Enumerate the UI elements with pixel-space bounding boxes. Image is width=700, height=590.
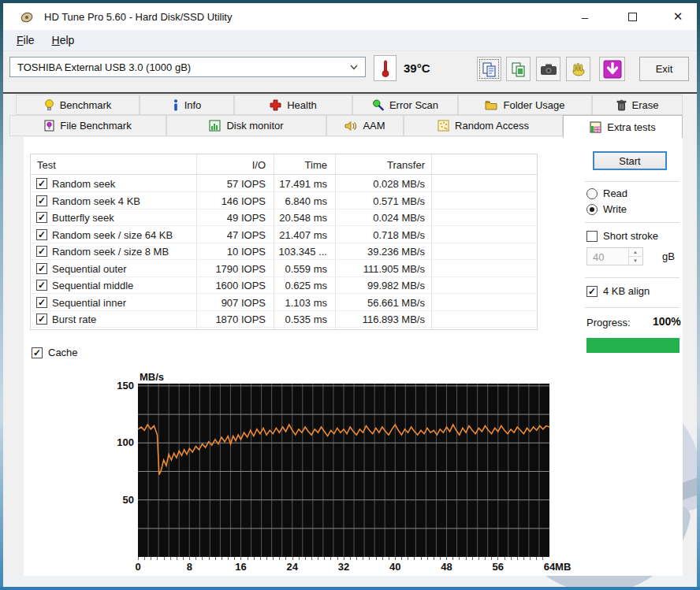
stepper-down-icon[interactable]: ▼ xyxy=(629,257,642,265)
x-axis-tick: 56 xyxy=(493,561,504,573)
y-axis-tick: 100 xyxy=(106,436,134,448)
title-bar: HD Tune Pro 5.60 - Hard Disk/SSD Utility… xyxy=(3,3,697,30)
cache-row[interactable]: ✓ Cache xyxy=(32,347,78,358)
table-row[interactable]: ✓ Sequential outer 1790 IOPS 0.559 ms 11… xyxy=(31,261,537,277)
menu-bar: File Help xyxy=(3,30,697,51)
header-io: I/O xyxy=(252,159,266,171)
align-row[interactable]: ✓ 4 KB align xyxy=(586,285,650,297)
close-button[interactable]: ✕ xyxy=(661,3,695,30)
write-radio[interactable] xyxy=(586,204,598,215)
progress-label: Progress: xyxy=(586,317,631,328)
read-radio[interactable] xyxy=(586,188,598,199)
tab-erase[interactable]: Erase xyxy=(592,95,683,115)
x-axis-tick: 16 xyxy=(235,561,246,573)
camera-icon xyxy=(540,63,557,76)
speaker-icon xyxy=(344,121,357,132)
minimize-button[interactable]: – xyxy=(568,3,602,30)
test-checkbox[interactable]: ✓ xyxy=(36,178,47,189)
menu-help[interactable]: Help xyxy=(43,31,84,50)
table-row[interactable]: ✓ Random seek / size 8 MB 10 IOPS 103.34… xyxy=(31,243,537,260)
tab-extra-tests[interactable]: Extra tests xyxy=(563,115,683,138)
y-axis-tick: 150 xyxy=(106,380,134,391)
options-hand-button[interactable] xyxy=(566,57,590,81)
stepper-up-icon[interactable]: ▲ xyxy=(629,248,642,257)
tab-file-benchmark[interactable]: File Benchmark xyxy=(9,115,166,136)
tab-random-access[interactable]: Random Access xyxy=(404,115,563,136)
save-results-button[interactable] xyxy=(599,57,625,81)
header-test: Test xyxy=(37,159,56,171)
align-checkbox[interactable]: ✓ xyxy=(586,286,598,297)
test-checkbox[interactable]: ✓ xyxy=(36,263,47,274)
test-checkbox[interactable]: ✓ xyxy=(36,229,47,240)
table-row[interactable]: ✓ Sequential inner 907 IOPS 1.103 ms 56.… xyxy=(31,295,537,311)
header-transfer: Transfer xyxy=(387,159,425,171)
copy-text-icon xyxy=(482,61,497,77)
read-radio-row[interactable]: Read xyxy=(586,187,627,199)
tab-strip: Benchmark Info Health Error Scan xyxy=(3,94,697,137)
copy-text-button[interactable] xyxy=(477,57,501,81)
info-icon xyxy=(173,99,179,111)
x-axis-tick: 40 xyxy=(389,561,400,573)
benchmark-bulb-icon xyxy=(44,99,54,111)
tab-info[interactable]: Info xyxy=(140,95,234,115)
screenshot-button[interactable] xyxy=(536,57,560,81)
y-axis-tick: 50 xyxy=(106,494,134,506)
tab-folder-usage[interactable]: Folder Usage xyxy=(458,95,592,115)
separator xyxy=(585,307,680,308)
x-axis-tick: 0 xyxy=(135,561,140,573)
extra-tests-panel: Test I/O Time Transfer ✓ Random seek 57 … xyxy=(24,137,683,576)
folder-icon xyxy=(485,100,497,110)
test-checkbox[interactable]: ✓ xyxy=(36,195,47,206)
short-stroke-row[interactable]: Short stroke xyxy=(586,230,658,242)
window-border xyxy=(697,0,700,590)
cache-checkbox[interactable]: ✓ xyxy=(32,347,43,358)
chart-unit-label: MB/s xyxy=(140,371,164,383)
size-stepper[interactable]: 40 ▲ ▼ xyxy=(586,247,643,265)
disk-monitor-icon xyxy=(209,120,221,132)
test-checkbox[interactable]: ✓ xyxy=(36,297,47,308)
hd-tune-window: HD Tune Pro 5.60 - Hard Disk/SSD Utility… xyxy=(0,0,700,590)
toolbar-divider xyxy=(0,92,700,94)
file-benchmark-icon xyxy=(44,120,54,132)
progress-bar xyxy=(586,338,680,353)
table-row[interactable]: ✓ Random seek 4 KB 146 IOPS 6.840 ms 0.5… xyxy=(31,193,537,210)
drive-select-dropdown[interactable]: TOSHIBA External USB 3.0 (1000 gB) xyxy=(9,57,366,77)
tab-benchmark[interactable]: Benchmark xyxy=(16,95,140,115)
separator xyxy=(585,222,680,223)
results-table: Test I/O Time Transfer ✓ Random seek 57 … xyxy=(30,154,538,330)
x-axis-tick: 8 xyxy=(187,561,192,573)
x-axis-tick: 64MB xyxy=(544,561,572,573)
write-radio-row[interactable]: Write xyxy=(586,203,627,215)
window-border xyxy=(0,0,700,3)
status-strip xyxy=(3,576,697,587)
table-row[interactable]: ✓ Random seek 57 IOPS 17.491 ms 0.028 MB… xyxy=(31,176,537,192)
exit-button[interactable]: Exit xyxy=(639,57,689,81)
health-cross-icon xyxy=(270,99,281,111)
tab-error-scan[interactable]: Error Scan xyxy=(352,95,458,115)
table-row[interactable]: ✓ Random seek / size 64 KB 47 IOPS 21.40… xyxy=(31,227,537,243)
start-button[interactable]: Start xyxy=(593,151,667,170)
temperature-value: 39°C xyxy=(404,61,430,75)
test-checkbox[interactable]: ✓ xyxy=(36,212,47,223)
short-stroke-checkbox[interactable] xyxy=(586,231,598,242)
table-row[interactable]: ✓ Sequential middle 1600 IOPS 0.625 ms 9… xyxy=(31,277,537,294)
table-row[interactable]: ✓ Butterfly seek 49 IOPS 20.548 ms 0.024… xyxy=(31,210,537,226)
maximize-button[interactable] xyxy=(615,3,650,30)
test-checkbox[interactable]: ✓ xyxy=(36,314,47,325)
random-access-icon xyxy=(438,120,449,132)
table-header: Test I/O Time Transfer xyxy=(31,154,537,175)
test-checkbox[interactable]: ✓ xyxy=(36,280,47,291)
copy-image-button[interactable] xyxy=(506,57,531,81)
table-row[interactable]: ✓ Burst rate 1870 IOPS 0.535 ms 116.893 … xyxy=(31,311,537,328)
temperature-button[interactable] xyxy=(374,55,397,81)
window-title: HD Tune Pro 5.60 - Hard Disk/SSD Utility xyxy=(44,11,232,23)
test-checkbox[interactable]: ✓ xyxy=(36,246,47,257)
thermometer-icon xyxy=(381,59,390,78)
x-axis-tick: 48 xyxy=(441,561,452,573)
app-icon xyxy=(20,11,33,24)
progress-value: 100% xyxy=(653,315,681,328)
menu-file[interactable]: File xyxy=(8,31,43,50)
tab-aam[interactable]: AAM xyxy=(326,115,404,136)
tab-disk-monitor[interactable]: Disk monitor xyxy=(166,115,326,136)
tab-health[interactable]: Health xyxy=(234,95,352,115)
